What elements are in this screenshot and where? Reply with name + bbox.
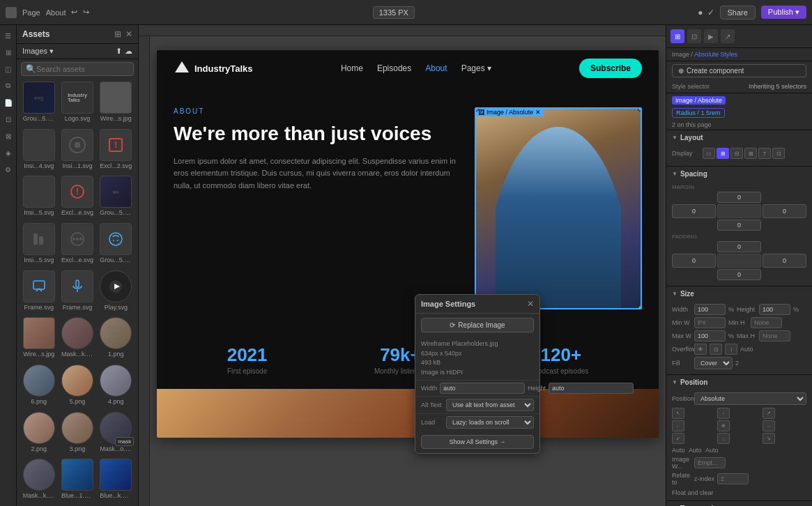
nav-pages[interactable]: Pages ▾ xyxy=(461,63,491,73)
pos-tr[interactable]: ↗ xyxy=(763,408,775,419)
min-w-input[interactable] xyxy=(694,317,726,328)
padding-left-input[interactable] xyxy=(672,254,716,268)
alt-select[interactable]: Use alt text from asset xyxy=(446,399,534,411)
list-item[interactable]: 2.png xyxy=(21,412,56,457)
overflow-visible-btn[interactable]: 👁 xyxy=(694,344,707,355)
width-input[interactable] xyxy=(440,383,525,394)
redo-icon[interactable]: ↪ xyxy=(83,8,89,17)
display-none-btn[interactable]: ⊠ xyxy=(744,148,757,159)
layout-icon[interactable]: ⊡ xyxy=(687,29,701,43)
list-item[interactable]: Mask...k.jpg xyxy=(59,317,95,362)
pos-mc[interactable]: ⊕ xyxy=(717,420,730,431)
list-item[interactable]: Insi...4.svg xyxy=(21,129,56,174)
padding-right-input[interactable] xyxy=(763,254,806,268)
about-image-wrap[interactable]: 🖼Image / Absolute✕ xyxy=(475,107,642,309)
min-h-input[interactable] xyxy=(751,317,782,328)
list-item[interactable]: IndustryTalks Logo.svg xyxy=(59,82,95,126)
list-item[interactable]: Frame.svg xyxy=(21,270,56,315)
ecommerce-icon[interactable]: ⊠ xyxy=(2,130,15,142)
list-item[interactable]: Insi...1.svg xyxy=(59,129,95,174)
search-input[interactable] xyxy=(36,65,129,73)
overflow-hidden-btn[interactable]: ⊡ xyxy=(710,344,722,355)
assets-dropdown[interactable]: Images ▾ ⬆ ☁ xyxy=(17,44,138,59)
height-size-input[interactable] xyxy=(759,304,790,315)
pos-mr[interactable]: → xyxy=(763,420,775,431)
animate-icon[interactable]: ▶ xyxy=(704,29,718,43)
style-icon[interactable]: ⊞ xyxy=(671,29,684,43)
style-tag[interactable]: Image / Absolute xyxy=(672,96,726,105)
position-section-header[interactable]: ▼ Position xyxy=(666,374,812,390)
nav-about[interactable]: About xyxy=(425,63,447,73)
publish-button[interactable]: Publish ▾ xyxy=(761,6,806,19)
list-item[interactable]: Blue...1.png xyxy=(59,459,95,503)
components-icon[interactable]: ⧉ xyxy=(2,79,15,92)
nav-episodes[interactable]: Episodes xyxy=(377,63,411,73)
pos-br[interactable]: ↘ xyxy=(763,433,775,444)
max-h-input[interactable] xyxy=(759,330,790,342)
interact-icon[interactable]: ↗ xyxy=(721,29,735,43)
list-item[interactable]: Frame.svg xyxy=(59,270,95,315)
undo-icon[interactable]: ↩ xyxy=(71,8,77,17)
show-all-settings-button[interactable]: Show All Settings → xyxy=(421,435,534,449)
list-item[interactable]: grp Grou...5.png xyxy=(98,176,134,220)
pos-bl[interactable]: ↙ xyxy=(672,433,684,444)
list-item[interactable]: Mask...k.jpg xyxy=(21,459,56,503)
pos-bc[interactable]: ↓ xyxy=(717,433,730,444)
list-item[interactable]: ! Excl...2.svg xyxy=(98,129,134,174)
list-item[interactable]: 1.png xyxy=(98,317,134,362)
search-bar[interactable]: 🔍 xyxy=(21,62,134,76)
list-item[interactable]: 6.png xyxy=(21,365,56,409)
fill-select[interactable]: Cover xyxy=(694,357,733,369)
nav-home[interactable]: Home xyxy=(341,63,363,73)
list-item[interactable]: 3.png xyxy=(59,412,95,457)
list-item[interactable]: Insi...5.svg xyxy=(21,176,56,220)
list-item[interactable]: ! Excl...e.svg xyxy=(59,176,95,220)
height-input[interactable] xyxy=(549,383,634,394)
display-text-btn[interactable]: T xyxy=(758,148,771,159)
layers-icon[interactable]: ⊞ xyxy=(2,46,15,59)
display-other-btn[interactable]: ⊡ xyxy=(772,148,785,159)
app-logo[interactable] xyxy=(6,7,17,18)
upload-icon[interactable]: ⬆ xyxy=(116,47,122,56)
max-w-input[interactable] xyxy=(694,330,726,342)
logic-icon[interactable]: ◈ xyxy=(2,146,15,159)
corner-handle-br[interactable] xyxy=(638,305,642,309)
pos-ml[interactable]: ← xyxy=(672,420,684,431)
assets-icon[interactable]: ◫ xyxy=(2,63,15,75)
list-item[interactable]: 5.png xyxy=(59,365,95,409)
corner-handle-tr[interactable] xyxy=(638,107,642,112)
pos-tc[interactable]: ↑ xyxy=(717,408,730,419)
margin-bottom-input[interactable] xyxy=(717,220,761,231)
list-item[interactable]: 4.png xyxy=(98,365,134,409)
size-section-header[interactable]: ▼ Size xyxy=(666,286,812,301)
pages-icon[interactable]: 📄 xyxy=(2,96,15,109)
create-component-button[interactable]: ⊕ Create component xyxy=(672,64,806,77)
padding-bottom-input[interactable] xyxy=(717,269,761,280)
image-w-input[interactable] xyxy=(694,457,726,468)
overflow-scroll-btn[interactable]: ↕ xyxy=(725,344,737,355)
grid-icon[interactable]: ⊞ xyxy=(114,29,121,39)
list-item[interactable]: Grou...5.png xyxy=(98,223,134,268)
typography-section-header[interactable]: ▼ Typography xyxy=(666,500,812,506)
modal-close-button[interactable]: ✕ xyxy=(527,299,534,309)
margin-top-input[interactable] xyxy=(717,192,761,203)
z-input[interactable] xyxy=(717,473,749,484)
margin-left-input[interactable] xyxy=(672,204,716,218)
radius-tag[interactable]: Radius / 1.5rem xyxy=(672,108,725,118)
share-button[interactable]: Share xyxy=(720,6,756,20)
width-size-input[interactable] xyxy=(694,304,726,315)
list-item[interactable]: Excl...e.svg xyxy=(59,223,95,268)
layout-section-header[interactable]: ▼ Layout xyxy=(666,130,812,145)
cms-icon[interactable]: ⊡ xyxy=(2,113,15,125)
cloud-icon[interactable]: ☁ xyxy=(125,47,132,56)
replace-image-button[interactable]: ⟳ Replace Image xyxy=(421,318,534,332)
menu-icon[interactable]: ☰ xyxy=(2,29,15,42)
spacing-section-header[interactable]: ▼ Spacing xyxy=(666,166,812,181)
list-item[interactable]: Play.svg xyxy=(98,270,134,315)
display-flex-btn[interactable]: ⊞ xyxy=(717,148,729,159)
list-item[interactable]: Wire...s.jpg xyxy=(21,317,56,362)
display-block-btn[interactable]: ▭ xyxy=(703,148,715,159)
pos-tl[interactable]: ↖ xyxy=(672,408,684,419)
list-item[interactable]: mask Mask...o.jpg xyxy=(98,412,134,457)
settings-icon[interactable]: ⚙ xyxy=(2,163,15,176)
